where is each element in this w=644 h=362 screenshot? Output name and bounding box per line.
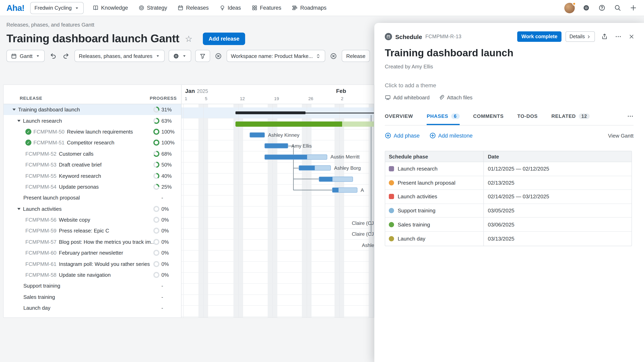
view-gantt-link[interactable]: View Gantt xyxy=(608,132,634,139)
feature-bar[interactable] xyxy=(319,176,353,182)
theme-placeholder[interactable]: Click to add a theme xyxy=(385,82,436,88)
record-id[interactable]: FCMPMM-52 xyxy=(25,151,56,157)
work-complete-button[interactable]: Work complete xyxy=(518,31,562,42)
record-name[interactable]: Launch research xyxy=(23,118,62,124)
record-name[interactable]: Update personas xyxy=(59,184,99,190)
tab-comments[interactable]: COMMENTS xyxy=(473,112,504,125)
release-filter[interactable]: Release xyxy=(342,50,370,62)
phase-table-row[interactable]: Support training03/05/2025 xyxy=(385,204,632,218)
record-id[interactable]: FCMPMM-58 xyxy=(25,272,56,278)
gantt-row[interactable]: Sales training- xyxy=(4,291,181,303)
record-name[interactable]: Customer calls xyxy=(59,151,94,157)
create-button[interactable] xyxy=(629,3,638,12)
phase-name[interactable]: Launch research xyxy=(398,166,438,172)
tab-to-dos[interactable]: TO-DOS xyxy=(518,112,538,125)
record-id[interactable]: FCMPMM-60 xyxy=(25,250,56,256)
record-name[interactable]: Keyword research xyxy=(59,173,101,179)
gantt-row[interactable]: ✓FCMPMM-50Review launch requirements100% xyxy=(4,126,181,137)
nav-item-roadmaps[interactable]: Roadmaps xyxy=(292,5,327,11)
clear-workspace-filter-button[interactable] xyxy=(329,52,338,60)
gantt-row[interactable]: FCMPMM-54Update personas25% xyxy=(4,181,181,192)
record-name[interactable]: Update site navigation xyxy=(59,272,111,278)
phase-name[interactable]: Sales training xyxy=(398,221,430,227)
tab-overview[interactable]: OVERVIEW xyxy=(385,112,413,125)
phase-table-row[interactable]: Launch research01/12/2025 — 02/12/2025 xyxy=(385,162,632,176)
record-name[interactable]: Present launch proposal xyxy=(23,195,80,201)
record-name[interactable]: Sales training xyxy=(23,294,55,300)
phase-bar[interactable] xyxy=(236,121,374,126)
gantt-row[interactable]: FCMPMM-52Customer calls68% xyxy=(4,148,181,159)
phase-table-row[interactable]: Launch day03/13/2025 xyxy=(385,232,632,246)
record-name[interactable]: Launch activities xyxy=(23,206,62,212)
gantt-row[interactable]: Present launch proposal- xyxy=(4,192,181,203)
phase-date[interactable]: 01/12/2025 — 02/12/2025 xyxy=(488,166,549,172)
attach-files-link[interactable]: Attach files xyxy=(438,94,472,100)
phase-name[interactable]: Present launch proposal xyxy=(398,180,456,186)
gantt-row[interactable]: Launch activities0% xyxy=(4,203,181,214)
gantt-chart[interactable]: Ashley KinneyAmy EllisAustin MerrittAshl… xyxy=(181,85,374,317)
record-id[interactable]: FCMPMM-R-13 xyxy=(425,34,461,39)
phase-date[interactable]: 02/13/2025 xyxy=(488,180,514,186)
phase-date[interactable]: 03/05/2025 xyxy=(488,208,514,214)
record-name[interactable]: Review launch requirements xyxy=(67,129,133,135)
feature-bar[interactable] xyxy=(299,165,331,171)
record-name[interactable]: Website copy xyxy=(59,217,90,223)
record-id[interactable]: FCMPMM-54 xyxy=(25,184,56,190)
record-name[interactable]: Training dashboard launch xyxy=(18,107,80,113)
gantt-row[interactable]: Launch day- xyxy=(4,303,181,314)
add-release-button[interactable]: Add release xyxy=(203,32,245,45)
undo-button[interactable] xyxy=(49,51,58,60)
workspace-filter[interactable]: Workspace name: Product Marke... xyxy=(226,50,325,62)
phase-name[interactable]: Launch day xyxy=(398,236,426,242)
chart-settings-button[interactable] xyxy=(168,50,191,62)
record-id[interactable]: FCMPMM-56 xyxy=(25,217,56,223)
release-bar[interactable] xyxy=(236,111,306,114)
record-name[interactable]: February partner newsletter xyxy=(59,250,123,256)
record-name[interactable]: Competitor research xyxy=(67,140,114,146)
nav-item-strategy[interactable]: Strategy xyxy=(138,5,167,11)
record-name[interactable]: Instagram poll: Would you rather series xyxy=(59,261,150,267)
feature-bar[interactable] xyxy=(332,187,358,193)
record-id[interactable]: FCMPMM-59 xyxy=(25,228,56,234)
aha-logo[interactable]: Aha! xyxy=(6,3,24,13)
tab-related[interactable]: RELATED12 xyxy=(552,112,590,125)
gantt-row[interactable]: ✓FCMPMM-51Competitor research100% xyxy=(4,137,181,148)
add-milestone-link[interactable]: Add milestone xyxy=(429,132,472,139)
nav-item-features[interactable]: Features xyxy=(251,5,281,11)
gantt-row[interactable]: FCMPMM-61Instagram poll: Would you rathe… xyxy=(4,258,181,270)
user-avatar[interactable] xyxy=(564,2,575,13)
gantt-row[interactable]: FCMPMM-57Blog post: How the metrics you … xyxy=(4,236,181,247)
collapse-caret[interactable] xyxy=(17,120,20,122)
gantt-row[interactable]: FCMPMM-58Update site navigation0% xyxy=(4,270,181,281)
nav-item-knowledge[interactable]: Knowledge xyxy=(92,5,128,11)
record-id[interactable]: FCMPMM-61 xyxy=(25,261,56,267)
feature-bar[interactable] xyxy=(264,154,327,160)
collapse-caret[interactable] xyxy=(12,109,16,111)
gantt-row[interactable]: FCMPMM-55Keyword research40% xyxy=(4,170,181,181)
tabs-more-button[interactable] xyxy=(627,113,634,121)
phase-name[interactable]: Support training xyxy=(398,208,436,214)
record-title[interactable]: Training dashboard launch xyxy=(385,47,514,59)
close-drawer-button[interactable] xyxy=(628,33,635,40)
record-id[interactable]: FCMPMM-51 xyxy=(34,140,64,146)
gantt-view-selector[interactable]: Gantt xyxy=(6,50,45,62)
gantt-row[interactable]: Support training- xyxy=(4,281,181,292)
workspace-selector[interactable]: Fredwin Cycling xyxy=(30,2,84,14)
record-id[interactable]: FCMPMM-53 xyxy=(25,162,56,168)
gantt-row[interactable]: Launch research63% xyxy=(4,115,181,126)
favorite-star-icon[interactable]: ☆ xyxy=(185,34,192,43)
phase-name[interactable]: Launch activities xyxy=(398,194,437,200)
record-name[interactable]: Support training xyxy=(23,283,60,289)
add-phase-link[interactable]: Add phase xyxy=(385,132,420,139)
record-name[interactable]: Press release: Epic C xyxy=(59,228,109,234)
record-id[interactable]: FCMPMM-57 xyxy=(25,239,56,245)
record-name[interactable]: Draft creative brief xyxy=(59,162,102,168)
feature-bar[interactable] xyxy=(264,143,288,149)
gantt-row[interactable]: FCMPMM-59Press release: Epic C0% xyxy=(4,225,181,237)
search-button[interactable] xyxy=(614,3,622,12)
collapse-caret[interactable] xyxy=(17,208,20,210)
settings-button[interactable] xyxy=(582,3,590,12)
record-id[interactable]: FCMPMM-50 xyxy=(34,129,64,135)
filter-button[interactable] xyxy=(195,50,210,62)
gantt-row[interactable]: FCMPMM-56Website copy0% xyxy=(4,214,181,225)
